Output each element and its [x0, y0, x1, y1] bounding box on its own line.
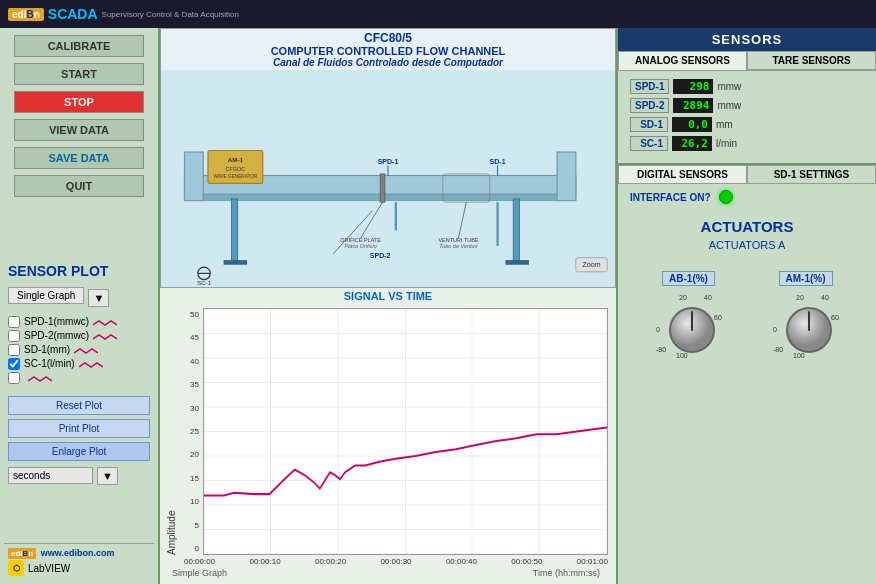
- labview-logo: ⬡ LabVIEW: [8, 560, 150, 576]
- tab-analog-sensors[interactable]: ANALOG SENSORS: [618, 51, 747, 70]
- scroll-arrow-icon[interactable]: ▼: [97, 467, 118, 485]
- dropdown-arrow-icon[interactable]: ▼: [88, 289, 109, 307]
- sensor-row-sd1: SD-1 0,0 mm: [630, 117, 864, 132]
- scada-label: SCADA: [48, 6, 98, 22]
- sd1-label: SD-1: [630, 117, 668, 132]
- svg-text:Placa Orificio: Placa Orificio: [344, 243, 376, 249]
- center-panel: CFC80/5 COMPUTER CONTROLLED FLOW CHANNEL…: [160, 28, 616, 584]
- interface-label: INTERFACE ON?: [630, 192, 711, 203]
- ytick-10: 10: [179, 497, 199, 506]
- svg-rect-5: [513, 199, 519, 262]
- left-panel: CALIBRATE START STOP VIEW DATA SAVE DATA…: [0, 28, 160, 584]
- subtitle-label: Supervisory Control & Data Acquisition: [102, 10, 239, 19]
- stop-button[interactable]: STOP: [14, 91, 144, 113]
- am1-knob-area[interactable]: 0 20 40 60 -80 100: [771, 290, 841, 360]
- website-text: www.edibon.com: [41, 548, 115, 558]
- ytick-50: 50: [179, 310, 199, 319]
- logo-area: ediBn SCADA Supervisory Control & Data A…: [8, 6, 239, 22]
- graph-legend: SPD-1(mmwc) SPD-2(mmwc) SD-1(mm) SC-1(l/…: [8, 316, 150, 384]
- svg-text:40: 40: [704, 294, 712, 301]
- legend-label-spd1: SPD-1(mmwc): [24, 316, 89, 327]
- diagram-title2: COMPUTER CONTROLLED FLOW CHANNEL: [163, 45, 613, 57]
- sensor-plot-label: SENSOR PLOT: [4, 255, 154, 283]
- svg-text:40: 40: [821, 294, 829, 301]
- start-button[interactable]: START: [14, 63, 144, 85]
- am1-scale-svg: 0 20 40 60 -80 100: [771, 290, 841, 360]
- xtick-10: 00:00:10: [249, 557, 280, 566]
- single-graph-button[interactable]: Single Graph: [8, 287, 84, 304]
- svg-text:100: 100: [676, 352, 688, 359]
- ab1-scale-svg: 0 20 40 60 -80 100: [654, 290, 724, 360]
- sc1-unit: l/min: [716, 138, 746, 149]
- tab-digital-sensors[interactable]: DIGITAL SENSORS: [618, 165, 747, 184]
- legend-item-spd2: SPD-2(mmwc): [8, 330, 150, 342]
- diagram-title3: Canal de Fluidos Controlado desde Comput…: [163, 57, 613, 68]
- xtick-100: 00:01:00: [577, 557, 608, 566]
- legend-line-extra: [28, 372, 52, 384]
- xtick-40: 00:00:40: [446, 557, 477, 566]
- seconds-input[interactable]: [8, 467, 93, 484]
- svg-text:SPD-2: SPD-2: [370, 252, 391, 259]
- ab1-knob-area[interactable]: 0 20 40 60 -80 100: [654, 290, 724, 360]
- chart-area: Amplitude 50 45 40 35 30 25 20 15 10 5 0: [164, 308, 608, 555]
- sensor-row-spd2: SPD-2 2894 mmw: [630, 98, 864, 113]
- extra-checkbox[interactable]: [8, 372, 20, 384]
- svg-rect-2: [184, 152, 203, 201]
- sensor-tabs: ANALOG SENSORS TARE SENSORS: [618, 51, 876, 71]
- spd1-label: SPD-1: [630, 79, 669, 94]
- svg-text:0: 0: [773, 326, 777, 333]
- sensor-row-spd1: SPD-1 298 mmw: [630, 79, 864, 94]
- sc1-label: SC-1: [630, 136, 668, 151]
- quit-button[interactable]: QUIT: [14, 175, 144, 197]
- print-plot-button[interactable]: Print Plot: [8, 419, 150, 438]
- xtick-50: 00:00:50: [511, 557, 542, 566]
- legend-line-sc1: [79, 358, 103, 370]
- interface-row: INTERFACE ON?: [618, 184, 876, 210]
- sc1-checkbox[interactable]: [8, 358, 20, 370]
- view-data-button[interactable]: VIEW DATA: [14, 119, 144, 141]
- graph-controls: Single Graph ▼ SPD-1(mmwc) SPD-2(mmwc) S…: [4, 283, 154, 489]
- diagram-area: CFC80/5 COMPUTER CONTROLLED FLOW CHANNEL…: [160, 28, 616, 288]
- xtick-20: 00:00:20: [315, 557, 346, 566]
- ytick-30: 30: [179, 404, 199, 413]
- tab-tare-sensors[interactable]: TARE SENSORS: [747, 51, 876, 70]
- sd1-checkbox[interactable]: [8, 344, 20, 356]
- edibon-website: ediBn www.edibon.com: [8, 548, 150, 558]
- chart-footer: Simple Graph Time (hh:mm:ss): [164, 566, 608, 580]
- svg-text:60: 60: [714, 314, 722, 321]
- xtick-30: 00:00:30: [380, 557, 411, 566]
- svg-text:100: 100: [793, 352, 805, 359]
- ytick-15: 15: [179, 474, 199, 483]
- digital-section: DIGITAL SENSORS SD-1 SETTINGS INTERFACE …: [618, 163, 876, 210]
- svg-text:SD-1: SD-1: [490, 158, 506, 165]
- save-data-button[interactable]: SAVE DATA: [14, 147, 144, 169]
- svg-text:60: 60: [831, 314, 839, 321]
- svg-rect-3: [557, 152, 576, 201]
- analog-sensors-panel: SPD-1 298 mmw SPD-2 2894 mmw SD-1 0,0 mm…: [618, 71, 876, 163]
- svg-text:AM-1: AM-1: [228, 156, 244, 163]
- actuators-header: ACTUATORS: [626, 218, 868, 235]
- enlarge-plot-button[interactable]: Enlarge Plot: [8, 442, 150, 461]
- actuators-sub: ACTUATORS A: [626, 239, 868, 251]
- svg-rect-7: [505, 260, 528, 265]
- calibrate-button[interactable]: CALIBRATE: [14, 35, 144, 57]
- legend-line-spd1: [93, 316, 117, 328]
- tab-sd1-settings[interactable]: SD-1 SETTINGS: [747, 165, 876, 184]
- legend-label-sd1: SD-1(mm): [24, 344, 70, 355]
- spd2-unit: mmw: [717, 100, 747, 111]
- spd2-checkbox[interactable]: [8, 330, 20, 342]
- interface-led: [719, 190, 733, 204]
- svg-text:WAVE GENERATOR: WAVE GENERATOR: [213, 174, 257, 179]
- chart-container: Amplitude 50 45 40 35 30 25 20 15 10 5 0: [160, 304, 616, 584]
- time-label: Time (hh:mm:ss): [533, 568, 600, 578]
- reset-plot-button[interactable]: Reset Plot: [8, 396, 150, 415]
- sensors-header: SENSORS: [618, 28, 876, 51]
- ab1-label: AB-1(%): [662, 271, 715, 286]
- svg-text:Zoom: Zoom: [583, 261, 601, 268]
- ytick-0: 0: [179, 544, 199, 553]
- bottom-logo: ediBn www.edibon.com ⬡ LabVIEW: [4, 543, 154, 580]
- spd1-checkbox[interactable]: [8, 316, 20, 328]
- ytick-40: 40: [179, 357, 199, 366]
- legend-line-spd2: [93, 330, 117, 342]
- svg-text:20: 20: [679, 294, 687, 301]
